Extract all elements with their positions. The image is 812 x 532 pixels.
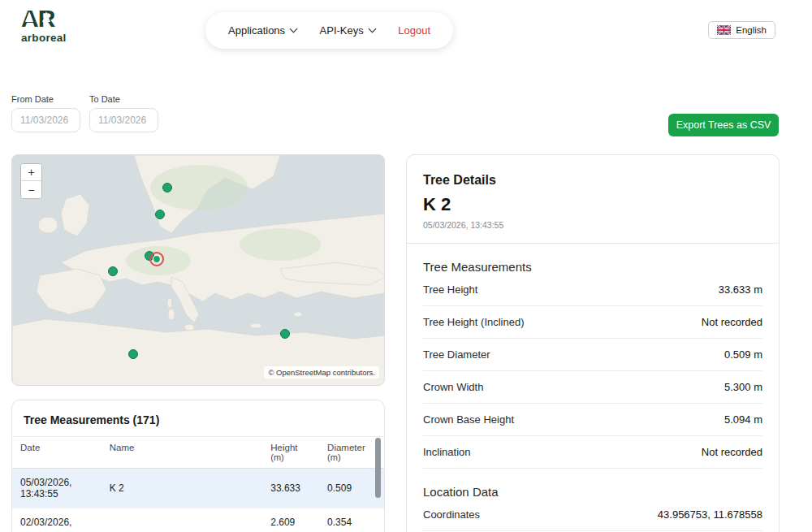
col-header-height: Height (m) [262, 437, 319, 469]
to-date-input[interactable]: 11/03/2026 [89, 108, 158, 132]
zoom-in-button[interactable]: + [21, 164, 41, 181]
measurements-card: Tree Measurements (171) Date Name Height… [11, 400, 385, 532]
nav-api-keys[interactable]: API-Keys [320, 24, 375, 37]
to-date-label: To Date [89, 94, 158, 104]
tree-icon [25, 11, 33, 22]
page: AR arboreal Applications API-Keys Logout [0, 0, 812, 532]
map-marker[interactable] [281, 330, 290, 339]
map-marker[interactable] [129, 350, 138, 359]
nav-logout[interactable]: Logout [398, 24, 430, 37]
table-scrollbar[interactable] [375, 438, 381, 498]
col-header-name: Name [102, 437, 263, 469]
chevron-down-icon [290, 25, 298, 33]
logo-trees-icon: AR [21, 6, 54, 31]
logo[interactable]: AR arboreal [21, 6, 67, 44]
from-date-filter: From Date 11/03/2026 [11, 94, 80, 132]
measurements-table: Date Name Height (m) Diameter (m) [12, 436, 384, 532]
cell-height: 33.633 [262, 469, 319, 508]
detail-row: Crown Width 5.300 m [423, 371, 762, 404]
map-marker[interactable] [163, 184, 172, 192]
from-date-input[interactable]: 11/03/2026 [11, 108, 80, 132]
cell-height: 2.609 [262, 508, 319, 532]
map-marker[interactable] [145, 252, 154, 261]
map[interactable]: + − © OpenStreetMap contributors. [11, 154, 385, 386]
tree-timestamp: 05/03/2026, 13:43:55 [423, 220, 762, 230]
tree-icon [42, 11, 50, 22]
map-canvas [12, 155, 385, 386]
chevron-down-icon [368, 25, 376, 33]
detail-row: Inclination Not recorded [423, 436, 762, 469]
map-attribution[interactable]: © OpenStreetMap contributors. [264, 366, 379, 378]
cell-name [102, 508, 263, 532]
language-label: English [736, 25, 767, 35]
table-row[interactable]: 02/03/2026, 2.609 0.354 [12, 508, 384, 532]
section-title-measurements: Tree Measurements [423, 260, 762, 274]
detail-row: Tree Height 33.633 m [423, 274, 762, 306]
nav-applications-label: Applications [228, 24, 285, 37]
logo-wordmark: arboreal [21, 32, 67, 44]
nav-logout-label: Logout [398, 24, 430, 37]
from-date-label: From Date [11, 94, 80, 104]
detail-row: Coordinates 43.956753, 11.678558 [423, 499, 762, 531]
details-title: Tree Details [423, 173, 762, 188]
measurements-title: Tree Measurements (171) [12, 400, 384, 436]
tree-details-card: Tree Details K 2 05/03/2026, 13:43:55 Tr… [406, 154, 780, 532]
nav-api-keys-label: API-Keys [320, 24, 364, 37]
tree-name: K 2 [423, 194, 762, 215]
table-row[interactable]: 05/03/2026, 13:43:55 K 2 33.633 0.509 [12, 469, 384, 508]
detail-row: Tree Height (Inclined) Not recorded [423, 306, 762, 339]
cell-name: K 2 [102, 469, 263, 508]
uk-flag-icon [717, 25, 731, 35]
map-zoom-control: + − [20, 163, 42, 199]
detail-row: Crown Base Height 5.094 m [423, 404, 762, 436]
map-marker[interactable] [109, 267, 118, 276]
to-date-filter: To Date 11/03/2026 [89, 94, 158, 132]
section-title-location: Location Data [423, 485, 762, 499]
divider [407, 243, 779, 244]
cell-date: 02/03/2026, [12, 508, 102, 532]
language-button[interactable]: English [708, 21, 775, 39]
cell-date: 05/03/2026, 13:43:55 [12, 469, 102, 508]
map-marker[interactable] [156, 210, 165, 219]
nav-applications[interactable]: Applications [228, 24, 296, 37]
detail-row: Tree Diameter 0.509 m [423, 339, 762, 371]
col-header-date: Date [12, 437, 102, 469]
cell-diameter: 0.354 [319, 508, 384, 532]
main-nav: Applications API-Keys Logout [205, 12, 453, 49]
export-csv-button[interactable]: Export Trees as CSV [668, 114, 779, 136]
zoom-out-button[interactable]: − [21, 181, 41, 198]
